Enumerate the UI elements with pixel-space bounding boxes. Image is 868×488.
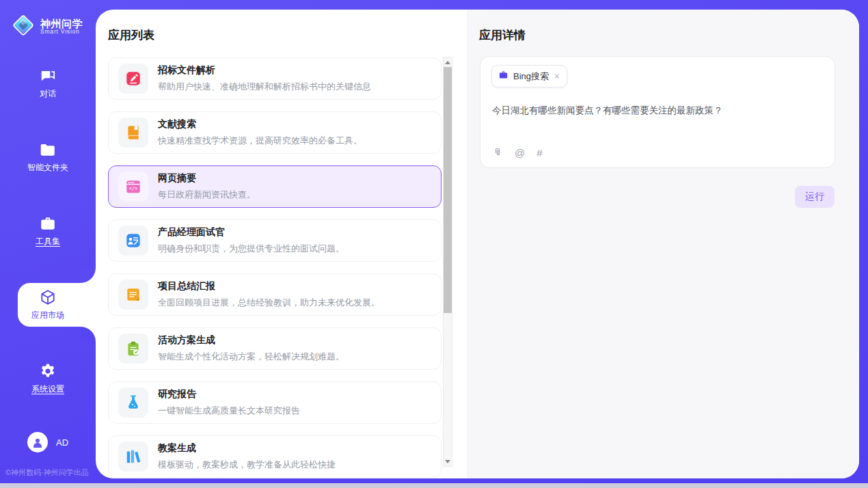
app-list: 招标文件解析 帮助用户快速、准确地理解和解析招标书中的关键信息 文献搜索 快速精… [108,57,442,478]
gear-icon [39,362,57,380]
scroll-down-button[interactable] [444,457,452,466]
sidebar-item-1[interactable]: 对话 [0,62,96,105]
app-card-8[interactable]: 教案生成 模板驱动，教案秒成，教学准备从此轻松快捷 [108,435,442,478]
activity-plan-icon [118,334,148,364]
attachment-icon[interactable] [492,147,503,158]
app-card-description: 模板驱动，教案秒成，教学准备从此轻松快捷 [158,459,336,471]
app-card-1[interactable]: 招标文件解析 帮助用户快速、准确地理解和解析招标书中的关键信息 [108,57,442,100]
scrollbar-thumb[interactable] [444,67,452,313]
list-scrollbar[interactable] [443,57,452,467]
user-avatar-icon [27,432,48,452]
app-list-title: 应用列表 [96,10,467,43]
app-card-title: 项目总结汇报 [158,280,380,293]
cube-icon [39,288,57,306]
question-input[interactable]: 今日湖北有哪些新闻要点？有哪些需要关注的最新政策？ [492,105,824,117]
mention-icon[interactable]: @ [515,148,525,158]
app-detail-panel: 应用详情 Bing搜索 × 今日湖北有哪些新闻要点？有哪些需要关注的最新政策？ [467,10,859,478]
app-card-2[interactable]: 文献搜索 快速精准查找学术资源，提高研究效率的必备工具。 [108,111,442,154]
app-card-description: 帮助用户快速、准确地理解和解析招标书中的关键信息 [158,81,371,93]
sidebar-item-2[interactable]: 智能文件夹 [0,135,96,179]
app-card-7[interactable]: 研究报告 一键智能生成高质量长文本研究报告 [108,381,442,424]
bid-document-icon [118,64,148,94]
app-card-description: 一键智能生成高质量长文本研究报告 [158,405,300,417]
scroll-up-button[interactable] [444,57,452,67]
user-account[interactable]: AD [0,432,96,452]
folder-icon [39,141,57,159]
app-card-description: 智能生成个性化活动方案，轻松解决规划难题。 [158,351,344,363]
app-list-panel: 应用列表 招标文件解析 帮助用户快速、准确地理解和解析招标书中的关键信息 文献搜… [96,10,467,478]
app-card-title: 产品经理面试官 [158,226,344,239]
arrow-down-icon [445,460,450,463]
app-card-description: 全面回顾项目进展，总结经验教训，助力未来优化发展。 [158,297,380,309]
sidebar-nav: 对话 智能文件夹 工具集 应用市场 系统 [0,62,96,431]
webpage-summary-icon: </> [118,172,148,202]
hash-icon[interactable]: # [537,148,542,158]
prompt-card: Bing搜索 × 今日湖北有哪些新闻要点？有哪些需要关注的最新政策？ @ # [480,56,835,168]
sidebar-item-5[interactable]: 系统设置 [0,357,96,401]
copyright-text: ©神州数码·神州问学出品 [0,467,96,478]
brand-subtitle: Smart Vision [40,29,83,35]
research-flask-icon [118,388,148,418]
interviewer-icon [118,226,148,256]
user-name: AD [56,437,68,448]
app-card-title: 网页摘要 [158,172,256,185]
app-card-3[interactable]: </> 网页摘要 每日政府新闻资讯快查。 [108,165,442,208]
app-card-5[interactable]: 项目总结汇报 全面回顾项目进展，总结经验教训，助力未来优化发展。 [108,273,442,316]
sidebar-item-4[interactable]: 应用市场 [0,283,96,327]
svg-text:</>: </> [129,185,138,191]
project-report-icon [118,280,148,310]
app-card-description: 每日政府新闻资讯快查。 [158,189,256,201]
briefcase-icon [498,70,508,83]
tool-tag-label: Bing搜索 [513,70,549,83]
page-bottom-strip [0,483,868,488]
sidebar-item-3[interactable]: 工具集 [0,209,96,253]
app-card-title: 招标文件解析 [158,64,371,77]
app-card-title: 文献搜索 [158,118,362,131]
diamond-logo-icon [11,13,36,40]
app-card-description: 明确身份和职责，为您提供专业性的面试问题。 [158,243,344,255]
sidebar: 神州问学 Smart Vision 对话 智能文件夹 工具集 [0,0,96,483]
brand: 神州问学 Smart Vision [0,0,96,42]
tag-close-icon[interactable]: × [554,72,560,81]
run-button[interactable]: 运行 [795,186,835,208]
toolbox-icon [39,215,57,232]
input-toolbar: @ # [492,147,543,158]
app-card-description: 快速精准查找学术资源，提高研究效率的必备工具。 [158,135,362,147]
brand-name: 神州问学 [40,18,83,29]
main-panel: 应用列表 招标文件解析 帮助用户快速、准确地理解和解析招标书中的关键信息 文献搜… [96,10,859,478]
app-card-4[interactable]: 产品经理面试官 明确身份和职责，为您提供专业性的面试问题。 [108,219,442,262]
tool-tag-bing: Bing搜索 × [491,65,567,87]
arrow-up-icon [445,61,450,64]
app-card-title: 研究报告 [158,388,300,401]
chat-icon [39,67,57,85]
lesson-books-icon [118,442,148,472]
app-card-6[interactable]: 活动方案生成 智能生成个性化活动方案，轻松解决规划难题。 [108,327,442,370]
app-card-title: 活动方案生成 [158,334,344,347]
app-card-title: 教案生成 [158,442,336,455]
app-detail-title: 应用详情 [467,10,859,43]
literature-book-icon [118,118,148,148]
app-screen: 神州问学 Smart Vision 对话 智能文件夹 工具集 [0,0,868,483]
